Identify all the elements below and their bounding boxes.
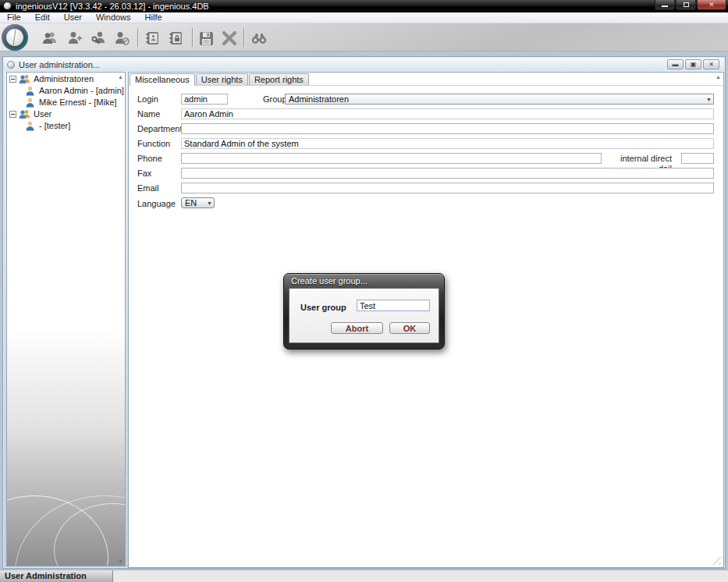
user-icon	[24, 86, 36, 96]
collapse-icon[interactable]	[9, 111, 16, 118]
tree-user-label: Aaron Admin - [admin]	[39, 86, 124, 95]
email-label: Email	[137, 183, 159, 193]
tab-user-rights[interactable]: User rights	[196, 73, 248, 85]
chevron-down-icon: ▼	[706, 97, 712, 102]
menu-edit[interactable]: Edit	[28, 12, 57, 23]
language-label: Language	[137, 199, 176, 209]
function-label: Function	[137, 139, 170, 149]
application-window: ingeniousV12 [V3.3.42 - 26.03.12] - inge…	[0, 0, 728, 582]
child-close-button[interactable]: ✕	[703, 59, 719, 69]
tree-group-label: User	[34, 109, 51, 119]
users-icon[interactable]	[41, 29, 59, 48]
dialog-title: Create user group...	[291, 276, 368, 286]
app-logo-icon	[3, 2, 12, 10]
user-tree-panel: Administratoren Aaron Admin - [admin] Mi…	[6, 72, 126, 566]
toolbar-separator	[243, 28, 244, 47]
menu-file[interactable]: File	[0, 12, 28, 23]
phone-label: Phone	[137, 154, 162, 164]
window-title: ingeniousV12 [V3.3.42 - 26.03.12] - inge…	[16, 1, 209, 12]
save-icon[interactable]	[197, 29, 215, 48]
minimize-icon	[662, 5, 668, 7]
user-group-label: User group	[300, 303, 346, 312]
create-user-group-dialog: Create user group... User group Abort OK	[283, 273, 445, 350]
book-lock-icon[interactable]	[167, 29, 186, 48]
user-icon	[24, 121, 36, 131]
menu-user[interactable]: User	[57, 12, 89, 23]
phone-input[interactable]	[181, 153, 602, 164]
scroll-up-icon[interactable]: ▲	[117, 73, 124, 80]
binoculars-icon[interactable]	[250, 29, 268, 48]
tree-group-administratoren[interactable]: Administratoren	[7, 73, 125, 84]
menu-hilfe[interactable]: Hilfe	[138, 12, 169, 23]
group-label: Group	[263, 94, 287, 105]
scroll-down-icon[interactable]: ▼	[117, 558, 124, 565]
login-label: Login	[137, 94, 158, 105]
tree-group-user[interactable]: User	[7, 108, 125, 119]
tab-bar: Miscellaneous User rights Report rights	[130, 73, 310, 85]
minimize-button[interactable]	[655, 0, 675, 10]
email-input[interactable]	[181, 183, 714, 193]
child-restore-button[interactable]: ▣	[685, 59, 701, 69]
status-cell: User Administration	[0, 570, 113, 582]
group-combobox[interactable]: Administratoren ▼	[285, 94, 714, 105]
collapse-icon[interactable]	[9, 76, 16, 83]
dialog-body: User group Abort OK	[289, 288, 439, 343]
titlebar: ingeniousV12 [V3.3.42 - 26.03.12] - inge…	[0, 0, 728, 12]
user-block-icon[interactable]	[112, 29, 131, 48]
language-combobox[interactable]: EN ▼	[181, 197, 215, 208]
toolbar-separator	[137, 28, 138, 47]
name-label: Name	[137, 109, 160, 119]
user-add-icon[interactable]	[66, 29, 84, 48]
tree-scrollbar[interactable]: ▲ ▼	[117, 73, 125, 566]
direct-dial-input[interactable]	[681, 153, 714, 164]
ok-button[interactable]: OK	[389, 322, 430, 334]
ingenious-logo-icon	[2, 24, 28, 51]
abort-button[interactable]: Abort	[331, 322, 383, 334]
user-group-icon	[19, 109, 30, 119]
function-input[interactable]	[181, 138, 714, 149]
maximize-button[interactable]	[676, 0, 696, 10]
tree-group-label: Administratoren	[34, 74, 94, 83]
user-key-icon[interactable]	[89, 29, 108, 48]
fax-input[interactable]	[181, 168, 714, 179]
toolbar-separator	[192, 28, 193, 47]
department-label: Department	[137, 124, 182, 134]
user-group-input[interactable]	[357, 300, 430, 311]
statusbar: User Administration	[0, 570, 728, 582]
menu-windows[interactable]: Windows	[89, 12, 138, 23]
tree-user-mike-ernesti[interactable]: Mike Ernesti - [Mike]	[7, 97, 125, 108]
address-book-icon[interactable]	[144, 29, 162, 48]
close-icon: ✕	[708, 2, 715, 9]
menubar: File Edit User Windows Hilfe	[0, 12, 728, 23]
child-titlebar[interactable]: User administration... ▬ ▣ ✕	[4, 58, 724, 71]
language-combobox-value: EN	[185, 198, 197, 208]
child-minimize-button[interactable]: ▬	[667, 59, 684, 69]
tab-report-rights[interactable]: Report rights	[249, 73, 309, 85]
scroll-up-icon[interactable]: ▲	[716, 74, 721, 80]
fax-label: Fax	[137, 169, 151, 179]
child-window-icon	[7, 61, 15, 69]
toolbar	[0, 23, 728, 51]
child-window-title: User administration...	[19, 60, 100, 69]
login-input[interactable]	[181, 94, 228, 105]
delete-icon[interactable]	[220, 29, 239, 48]
user-group-icon	[19, 74, 30, 84]
maximize-icon	[684, 2, 689, 7]
tab-miscellaneous[interactable]: Miscellaneous	[130, 73, 195, 86]
tree-user-label: Mike Ernesti - [Mike]	[39, 98, 117, 107]
tree-user-aaron-admin[interactable]: Aaron Admin - [admin]	[7, 85, 125, 96]
chevron-down-icon: ▼	[207, 201, 212, 206]
user-icon	[24, 98, 36, 108]
group-combobox-value: Administratoren	[289, 94, 349, 104]
department-input[interactable]	[181, 123, 714, 134]
name-input[interactable]	[181, 108, 714, 119]
tree-user-tester[interactable]: - [tester]	[7, 120, 125, 131]
close-button[interactable]: ✕	[697, 0, 726, 10]
status-text: User Administration	[5, 571, 87, 580]
tree-user-label: - [tester]	[39, 121, 70, 130]
resize-grip[interactable]	[712, 556, 721, 565]
